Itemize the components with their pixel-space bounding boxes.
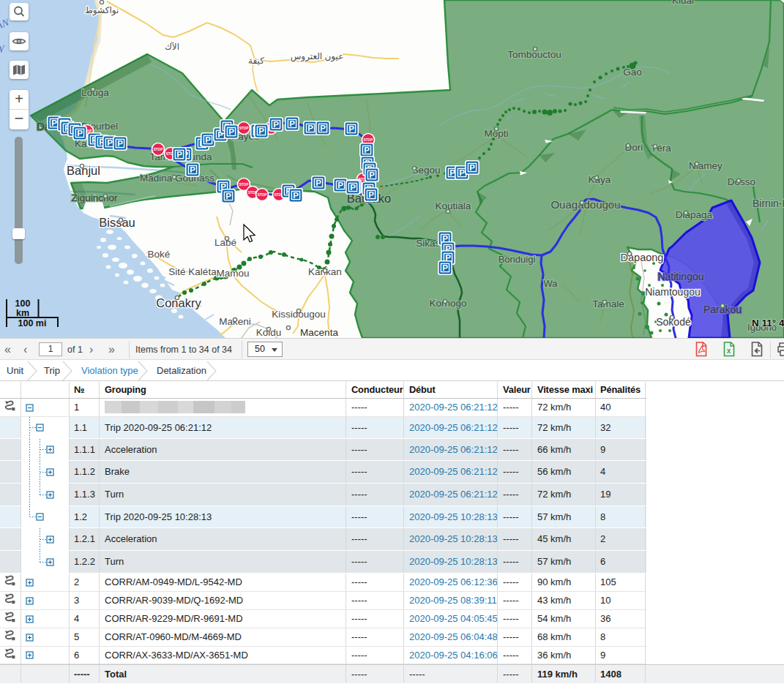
svg-text:Niamtougou: Niamtougou	[645, 286, 701, 298]
svg-text:Sité Kaléta: Sité Kaléta	[168, 266, 217, 277]
svg-text:x: x	[727, 347, 731, 355]
svg-text:Korhogo: Korhogo	[429, 298, 466, 309]
svg-text:Macenta: Macenta	[300, 327, 338, 338]
svg-text:Koutiala: Koutiala	[436, 200, 471, 211]
svg-text:Kaya: Kaya	[589, 174, 611, 185]
svg-text:N 11° 44: N 11° 44	[752, 317, 784, 328]
svg-text:Ziguinchor: Ziguinchor	[71, 192, 118, 203]
svg-text:Segou: Segou	[411, 165, 440, 176]
svg-text:Diapaga: Diapaga	[676, 209, 713, 220]
svg-text:Bonduigi: Bonduigi	[499, 254, 536, 265]
svg-text:Kidal: Kidal	[672, 0, 694, 6]
svg-text:Louga: Louga	[81, 87, 109, 98]
svg-text:Birnin-Ke: Birnin-Ke	[753, 198, 784, 209]
svg-text:Bissau: Bissau	[99, 216, 135, 229]
svg-text:Boké: Boké	[148, 249, 171, 260]
svg-text:Dosso: Dosso	[728, 176, 755, 187]
svg-text:100: 100	[15, 298, 31, 309]
svg-text:Ouagadougou: Ouagadougou	[550, 198, 620, 211]
svg-text:Natitingou: Natitingou	[657, 271, 703, 282]
svg-text:نواكشوط: نواكشوط	[85, 5, 119, 16]
svg-text:km: km	[16, 308, 29, 318]
svg-text:Niamey: Niamey	[689, 160, 723, 171]
svg-text:Wa: Wa	[543, 278, 558, 289]
svg-text:Gao: Gao	[623, 67, 642, 78]
svg-text:عيون العتروس: عيون العتروس	[291, 51, 344, 62]
svg-text:كيفة: كيفة	[248, 56, 264, 66]
svg-text:Dapaong: Dapaong	[621, 252, 664, 263]
svg-text:100 mi: 100 mi	[18, 318, 47, 328]
svg-text:Mamou: Mamou	[216, 268, 249, 279]
svg-text:Tamale: Tamale	[592, 298, 624, 309]
svg-text:الآك: الآك	[165, 42, 179, 52]
svg-text:Madina Gounass: Madina Gounass	[140, 173, 214, 184]
